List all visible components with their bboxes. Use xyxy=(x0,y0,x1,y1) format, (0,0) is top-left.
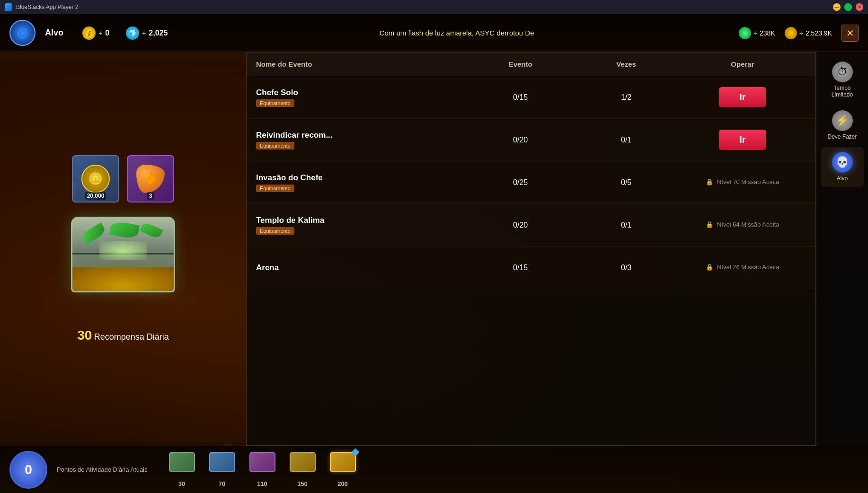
event-name-1: Chefe Solo xyxy=(256,88,468,97)
event-name-2: Reivindicar recom... xyxy=(256,131,468,140)
player-name: Alvo xyxy=(45,28,63,38)
table-row: Reivindicar recom... Equipamento 0/20 0/… xyxy=(247,119,815,161)
event-tag-3: Equipamento xyxy=(256,185,294,192)
header-event-name: Nome do Evento xyxy=(256,60,468,68)
sidebar-label-alvo: Alvo xyxy=(837,175,848,182)
resource-display: + 238K + 2,523.9K xyxy=(739,27,832,39)
activity-value: 0 xyxy=(25,462,32,477)
gem-plus-button[interactable]: + xyxy=(142,29,146,37)
sidebar-item-alvo[interactable]: 💀 Alvo xyxy=(821,147,864,186)
table-row: Invasão do Chefe Equipamento 0/25 0/5 🔒 … xyxy=(247,161,815,204)
event-value-1: 0/15 xyxy=(468,93,573,102)
app-icon xyxy=(5,3,12,11)
milestone-value-1: 30 xyxy=(178,480,185,487)
chest-blue xyxy=(209,452,235,472)
daily-points-value: 30 xyxy=(77,328,92,343)
sidebar-label-tempo: Tempo Limitado xyxy=(824,85,861,98)
sidebar-label-deve: Deve Fazer xyxy=(827,133,857,140)
event-name-cell-5: Arena xyxy=(256,263,468,273)
milestone-value-4: 150 xyxy=(297,480,308,487)
operate-cell-3: 🔒 Nível 70 Missão Aceita xyxy=(679,178,806,186)
event-value-3: 0/25 xyxy=(468,178,573,187)
table-header: Nome do Evento Evento Vezes Operar xyxy=(247,53,815,76)
milestone-value-3: 110 xyxy=(257,480,267,487)
diamond-indicator xyxy=(351,449,359,457)
operate-cell-2: Ir xyxy=(679,130,806,150)
milestone-chest-2[interactable] xyxy=(207,452,238,478)
times-value-3: 0/5 xyxy=(573,178,679,187)
event-value-5: 0/15 xyxy=(468,264,573,272)
milestone-chest-1[interactable] xyxy=(167,452,197,478)
milestone-items: 30 70 110 150 200 xyxy=(167,452,863,487)
table-row: Chefe Solo Equipamento 0/15 1/2 Ir xyxy=(247,76,815,119)
gem-reward-item: 🔶 3 xyxy=(127,155,174,202)
operate-cell-5: 🔒 Nível 26 Missão Aceita xyxy=(679,263,806,272)
leaf-plus-button[interactable]: + xyxy=(753,29,757,37)
operate-cell-1: Ir xyxy=(679,87,806,107)
left-area: 🪙 20,000 🔶 3 30 Recompensa Diária xyxy=(0,52,246,446)
gold-icon: 💰 xyxy=(82,26,96,40)
chest-green xyxy=(169,452,195,472)
gold-currency: 💰 + 0 xyxy=(82,26,109,40)
hud-bar: 🌀 Alvo 💰 + 0 💎 + 2,025 Com um flash de l… xyxy=(0,14,868,52)
chest-premium xyxy=(330,452,356,472)
times-value-1: 1/2 xyxy=(573,93,679,102)
coin-reward-value: 20,000 xyxy=(85,192,106,200)
milestone-5: 200 xyxy=(328,452,358,487)
event-name-5: Arena xyxy=(256,263,468,273)
milestone-chest-4[interactable] xyxy=(287,452,318,478)
gem-reward-value: 3 xyxy=(147,192,154,200)
event-value-2: 0/20 xyxy=(468,136,573,144)
chest-glow xyxy=(99,241,147,260)
leaf-resource: + 238K xyxy=(739,27,775,39)
coin-plus-button[interactable]: + xyxy=(799,29,803,37)
milestone-chest-5[interactable] xyxy=(328,452,358,478)
coin-hud-icon xyxy=(785,27,797,39)
times-value-5: 0/3 xyxy=(573,264,679,272)
activity-label: Pontos de Atividade Diária Atuais xyxy=(57,466,148,473)
coin-value: 2,523.9K xyxy=(806,29,832,37)
sidebar-item-tempo-limitado[interactable]: ⏱ Tempo Limitado xyxy=(821,57,864,103)
maximize-button[interactable]: □ xyxy=(844,3,852,11)
leaf-icon xyxy=(739,27,751,39)
milestone-1: 30 xyxy=(167,452,197,487)
minimize-button[interactable]: — xyxy=(833,3,841,11)
locked-text-4: 🔒 Nível 64 Missão Aceita xyxy=(679,220,806,229)
gem-value: 2,025 xyxy=(149,29,168,37)
event-tag-2: Equipamento xyxy=(256,142,294,150)
go-button-2[interactable]: Ir xyxy=(719,130,766,150)
title-bar: BlueStacks App Player 2 — □ ✕ xyxy=(0,0,868,14)
milestone-2: 70 xyxy=(207,452,238,487)
gold-plus-button[interactable]: + xyxy=(98,29,102,37)
sidebar-item-deve-fazer[interactable]: ⚡ Deve Fazer xyxy=(821,106,864,145)
close-window-button[interactable]: ✕ xyxy=(856,3,863,11)
milestone-chest-3[interactable] xyxy=(247,452,278,478)
gem-currency: 💎 + 2,025 xyxy=(126,26,168,40)
gem-reward-icon: 🔶 xyxy=(136,165,165,193)
daily-reward-display: 30 Recompensa Diária xyxy=(77,328,169,343)
bottom-bar: 0 Pontos de Atividade Diária Atuais 30 7… xyxy=(0,446,868,493)
table-row: Templo de Kalima Equipamento 0/20 0/1 🔒 … xyxy=(247,204,815,246)
header-operate: Operar xyxy=(679,60,806,68)
lock-icon-5: 🔒 xyxy=(706,263,713,272)
news-ticker: Com um flash de luz amarela, ASYC derrot… xyxy=(184,29,729,37)
chest-container[interactable] xyxy=(57,217,189,321)
lock-icon-3: 🔒 xyxy=(706,178,713,186)
table-row: Arena 0/15 0/3 🔒 Nível 26 Missão Aceita xyxy=(247,246,815,289)
event-name-3: Invasão do Chefe xyxy=(256,173,468,183)
event-name-cell: Chefe Solo Equipamento xyxy=(256,88,468,107)
times-value-2: 0/1 xyxy=(573,136,679,144)
hud-close-button[interactable]: ✕ xyxy=(841,25,859,42)
event-name-cell-4: Templo de Kalima Equipamento xyxy=(256,216,468,235)
app-name: BlueStacks App Player 2 xyxy=(16,4,78,10)
coin-reward-icon: 🪙 xyxy=(81,165,110,193)
window-controls: — □ ✕ xyxy=(833,3,863,11)
operate-cell-4: 🔒 Nível 64 Missão Aceita xyxy=(679,220,806,229)
milestone-4: 150 xyxy=(287,452,318,487)
locked-text-3: 🔒 Nível 70 Missão Aceita xyxy=(679,178,806,186)
go-button-1[interactable]: Ir xyxy=(719,87,766,107)
event-tag-4: Equipamento xyxy=(256,227,294,235)
milestone-value-5: 200 xyxy=(337,480,348,487)
trident-icon: ⚡ xyxy=(832,110,853,131)
daily-reward-label: Recompensa Diária xyxy=(94,332,169,342)
